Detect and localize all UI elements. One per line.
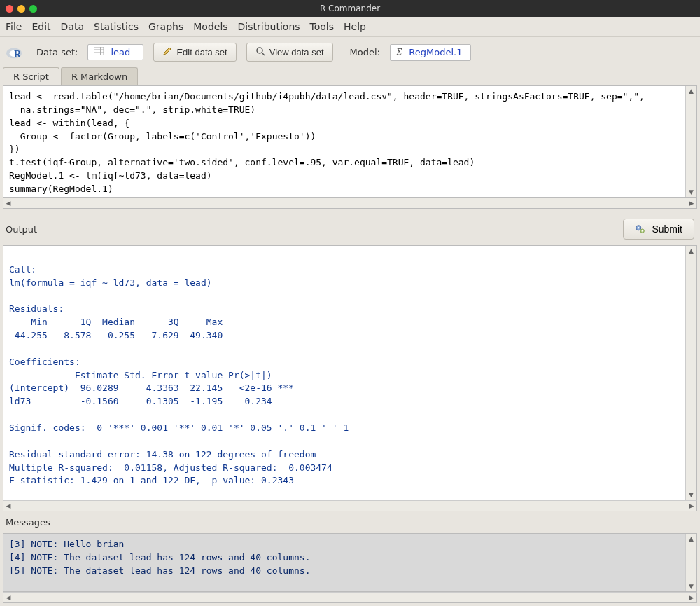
scroll-right-icon[interactable]: ▶: [687, 502, 696, 509]
output-header: Output Submit: [3, 212, 697, 242]
messages-pane: [3] NOTE: Hello brian [4] NOTE: The data…: [3, 533, 697, 603]
dataset-selector[interactable]: lead: [88, 44, 144, 60]
messages-label: Messages: [6, 517, 50, 528]
menu-edit[interactable]: Edit: [31, 21, 50, 32]
magnifier-icon: [255, 46, 265, 58]
minimize-window-button[interactable]: [18, 5, 25, 13]
model-name: RegModel.1: [409, 47, 462, 57]
menu-distributions[interactable]: Distributions: [238, 21, 300, 32]
tab-r-script[interactable]: R Script: [3, 67, 59, 85]
view-data-set-label: View data set: [270, 47, 324, 57]
toolbar: R Data set: lead Edit data set View data…: [0, 37, 700, 67]
menu-file[interactable]: File: [6, 21, 22, 32]
svg-line-9: [262, 53, 265, 55]
svg-point-8: [257, 48, 262, 53]
view-data-set-button[interactable]: View data set: [246, 43, 333, 62]
edit-data-set-button[interactable]: Edit data set: [153, 43, 236, 62]
menu-models[interactable]: Models: [193, 21, 227, 32]
scroll-up-icon[interactable]: ▲: [686, 534, 696, 544]
window-controls: [6, 5, 37, 13]
messages-vscroll[interactable]: ▲ ▼: [685, 534, 696, 591]
titlebar: R Commander: [0, 0, 700, 17]
svg-point-13: [642, 230, 643, 232]
scroll-down-icon[interactable]: ▼: [686, 187, 696, 197]
table-icon: [94, 47, 104, 57]
output-pane: Call: lm(formula = iqf ~ ld73, data = le…: [3, 245, 697, 511]
model-selector[interactable]: Σ RegModel.1: [390, 44, 471, 61]
submit-button[interactable]: Submit: [623, 219, 694, 240]
output-vscroll[interactable]: ▲ ▼: [685, 246, 696, 500]
scroll-left-icon[interactable]: ◀: [4, 502, 13, 509]
script-textarea[interactable]: lead <- read.table("/home/brian/Document…: [4, 86, 685, 197]
menu-tools[interactable]: Tools: [310, 21, 335, 32]
messages-header: Messages: [3, 514, 697, 530]
scroll-track[interactable]: [686, 544, 696, 581]
scroll-left-icon[interactable]: ◀: [4, 200, 13, 207]
output-hscroll[interactable]: ◀ ▶: [3, 500, 697, 511]
messages-hscroll[interactable]: ◀ ▶: [3, 592, 697, 603]
messages-body: [3] NOTE: Hello brian [4] NOTE: The data…: [3, 533, 697, 592]
menu-statistics[interactable]: Statistics: [94, 21, 139, 32]
scroll-down-icon[interactable]: ▼: [686, 581, 696, 591]
maximize-window-button[interactable]: [29, 5, 37, 13]
tab-r-markdown[interactable]: R Markdown: [61, 67, 138, 85]
script-vscroll[interactable]: ▲ ▼: [685, 86, 696, 197]
dataset-label: Data set:: [36, 47, 78, 57]
scroll-left-icon[interactable]: ◀: [4, 594, 13, 601]
gears-icon: [635, 223, 646, 235]
messages-textarea[interactable]: [3] NOTE: Hello brian [4] NOTE: The data…: [4, 534, 685, 591]
main-panes: lead <- read.table("/home/brian/Document…: [0, 85, 700, 606]
svg-point-11: [638, 227, 640, 228]
scroll-track[interactable]: [686, 96, 696, 187]
menu-help[interactable]: Help: [344, 21, 366, 32]
scroll-up-icon[interactable]: ▲: [686, 86, 696, 96]
submit-label: Submit: [652, 223, 682, 235]
script-pane: lead <- read.table("/home/brian/Document…: [3, 85, 697, 209]
script-tabs: R Script R Markdown: [0, 67, 700, 85]
scroll-up-icon[interactable]: ▲: [686, 246, 696, 256]
model-label: Model:: [350, 47, 380, 57]
dataset-name: lead: [111, 47, 130, 57]
r-logo-icon: R: [6, 45, 24, 60]
menu-graphs[interactable]: Graphs: [148, 21, 183, 32]
svg-rect-3: [94, 47, 104, 55]
menu-data[interactable]: Data: [61, 21, 84, 32]
script-body: lead <- read.table("/home/brian/Document…: [3, 85, 697, 198]
script-hscroll[interactable]: ◀ ▶: [3, 198, 697, 209]
edit-data-set-label: Edit data set: [176, 47, 227, 57]
close-window-button[interactable]: [6, 5, 13, 13]
output-textarea[interactable]: Call: lm(formula = iqf ~ ld73, data = le…: [4, 246, 685, 500]
scroll-down-icon[interactable]: ▼: [686, 490, 696, 500]
output-body: Call: lm(formula = iqf ~ ld73, data = le…: [3, 245, 697, 500]
scroll-track[interactable]: [686, 256, 696, 490]
menubar: File Edit Data Statistics Graphs Models …: [0, 17, 700, 37]
sigma-icon: Σ: [396, 47, 402, 58]
window-title: R Commander: [320, 4, 380, 13]
scroll-right-icon[interactable]: ▶: [687, 594, 696, 601]
output-label: Output: [6, 224, 37, 235]
svg-text:R: R: [14, 49, 22, 60]
scroll-right-icon[interactable]: ▶: [687, 200, 696, 207]
pencil-icon: [162, 46, 172, 58]
